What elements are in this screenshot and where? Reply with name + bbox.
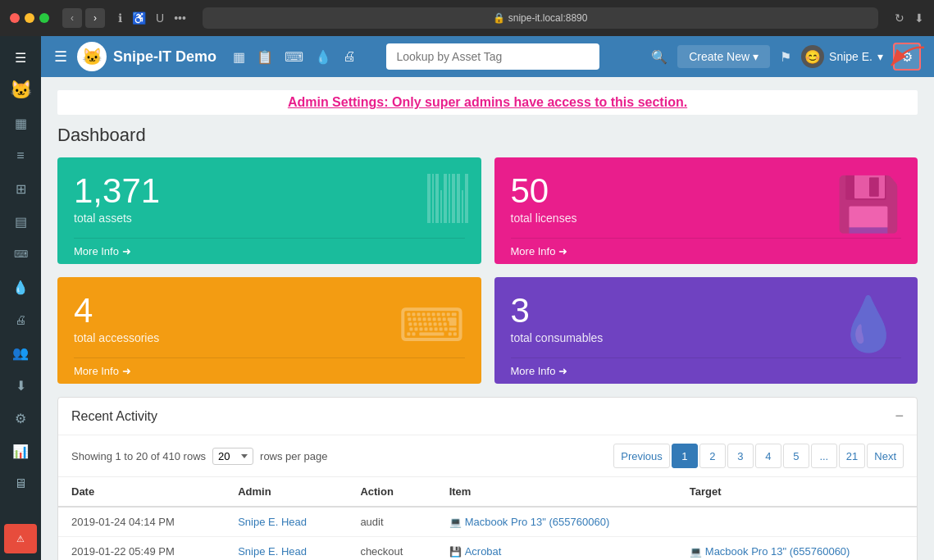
close-button[interactable] — [10, 13, 20, 23]
sidebar-item-people[interactable]: 👥 — [4, 338, 37, 367]
row-admin: Snipe E. Head — [225, 537, 347, 561]
barcode-nav-icon[interactable]: ▦ — [233, 49, 245, 65]
row-admin: Snipe E. Head — [225, 507, 347, 537]
forward-arrow[interactable]: › — [85, 8, 105, 28]
sidebar-item-accessories[interactable]: ⌨ — [4, 239, 37, 269]
sidebar-item-alert[interactable]: ⚠ — [4, 524, 37, 553]
u-icon: U — [156, 11, 164, 25]
copy-nav-icon[interactable]: 📋 — [257, 49, 273, 65]
droplet-nav-icon[interactable]: 💧 — [315, 49, 331, 65]
page-3-button[interactable]: 3 — [727, 444, 754, 468]
brand-logo: 🐱 — [77, 42, 107, 71]
collapse-button[interactable]: − — [895, 407, 904, 425]
lock-icon: 🔒 — [493, 12, 505, 24]
arrow-right-icon: ➜ — [122, 245, 131, 257]
admin-banner: Admin Settings: Only super admins have a… — [57, 90, 918, 115]
user-menu[interactable]: 😊 Snipe E. ▾ — [801, 45, 883, 68]
sidebar-item-maintenance[interactable]: ≡ — [4, 141, 37, 171]
page-ellipsis: ... — [811, 444, 837, 468]
row-target: 💻Macbook Pro 13" (655760060) — [677, 537, 917, 561]
gear-icon: ⚙ — [901, 49, 913, 65]
item-link[interactable]: Macbook Pro 13" (655760060) — [465, 516, 610, 528]
sidebar-item-droplet[interactable]: 💧 — [4, 272, 37, 302]
save-item-icon: 💾 — [449, 546, 462, 558]
sidebar-item-printer[interactable]: 🖨 — [4, 305, 37, 335]
page-content: Admin Settings: Only super admins have a… — [41, 77, 934, 560]
target-link[interactable]: Macbook Pro 13" (655760060) — [705, 545, 850, 558]
item-link-2[interactable]: Acrobat — [465, 545, 502, 558]
search-input[interactable] — [386, 43, 599, 70]
arrow-right-icon-consumables: ➜ — [558, 365, 567, 377]
user-dropdown-icon: ▾ — [877, 50, 883, 63]
keyboard-nav-icon[interactable]: ⌨ — [285, 49, 303, 65]
hamburger-icon[interactable]: ☰ — [54, 48, 67, 66]
sidebar-item-chart[interactable]: 📊 — [4, 436, 37, 466]
activity-controls: Showing 1 to 20 of 410 rows 20 50 100 ro… — [58, 435, 917, 477]
barcode-line — [465, 174, 468, 223]
arrow-right-icon-accessories: ➜ — [122, 365, 131, 377]
avatar: 😊 — [801, 45, 824, 68]
download-browser-icon[interactable]: ⬇ — [914, 11, 924, 25]
stat-card-assets: 1,371 total assets More Info ➜ — [57, 157, 481, 264]
navbar-right: 🔍 Create New ▾ ⚑ 😊 Snipe E. ▾ ⚙ — [651, 43, 921, 71]
page-4-button[interactable]: 4 — [755, 444, 781, 468]
url-bar[interactable]: 🔒 snipe-it.local:8890 — [203, 7, 878, 29]
sidebar-item-assets[interactable]: ▦ — [4, 108, 37, 138]
sidebar-item-download[interactable]: ⬇ — [4, 371, 37, 400]
sidebar-item-components[interactable]: ⊞ — [4, 174, 37, 203]
fullscreen-button[interactable] — [39, 13, 49, 23]
minimize-button[interactable] — [25, 13, 34, 23]
col-action: Action — [347, 477, 435, 507]
dropdown-arrow-icon: ▾ — [753, 50, 759, 63]
admin-link[interactable]: Snipe E. Head — [238, 516, 307, 528]
row-action: audit — [347, 507, 435, 537]
page-1-button[interactable]: 1 — [672, 444, 698, 468]
sidebar-item-settings[interactable]: ⚙ — [4, 403, 37, 433]
create-new-button[interactable]: Create New ▾ — [677, 45, 770, 68]
row-item: 💾Acrobat — [436, 537, 677, 561]
refresh-icon[interactable]: ↻ — [895, 11, 904, 25]
search-icon[interactable]: 🔍 — [651, 49, 667, 65]
next-button[interactable]: Next — [867, 444, 904, 468]
sidebar-item-monitor[interactable]: 🖥 — [4, 469, 37, 499]
username-label: Snipe E. — [829, 50, 872, 63]
back-arrow[interactable]: ‹ — [62, 8, 82, 28]
page-2-button[interactable]: 2 — [699, 444, 726, 468]
col-admin: Admin — [225, 477, 347, 507]
stat-footer-assets[interactable]: More Info ➜ — [74, 238, 465, 264]
laptop-target-icon: 💻 — [690, 546, 702, 558]
admin-link-2[interactable]: Snipe E. Head — [238, 545, 307, 558]
page-5-button[interactable]: 5 — [783, 444, 809, 468]
rows-per-page-label: rows per page — [260, 450, 327, 462]
browser-icons: ℹ ♿ U ••• — [118, 11, 186, 25]
page-title: Dashboard — [57, 125, 918, 146]
stat-footer-licenses[interactable]: More Info ➜ — [511, 238, 902, 264]
stat-label-accessories: total accessories — [74, 331, 465, 344]
previous-button[interactable]: Previous — [613, 444, 670, 468]
stat-footer-accessories[interactable]: More Info ➜ — [74, 357, 465, 384]
stat-number-assets: 1,371 — [74, 174, 465, 208]
rows-per-page-select[interactable]: 20 50 100 — [212, 448, 253, 465]
col-target: Target — [677, 477, 917, 507]
sidebar: ☰ 🐱 ▦ ≡ ⊞ ▤ ⌨ 💧 🖨 👥 ⬇ ⚙ 📊 🖥 ⚠ — [0, 36, 41, 560]
row-date: 2019-01-22 05:49 PM — [58, 537, 225, 561]
sidebar-item-avatar[interactable]: 🐱 — [4, 75, 37, 105]
page-21-button[interactable]: 21 — [839, 444, 865, 468]
printer-nav-icon[interactable]: 🖨 — [343, 49, 356, 65]
settings-button[interactable]: ⚙ — [893, 43, 921, 71]
sidebar-item-menu[interactable]: ☰ — [4, 43, 37, 72]
stat-cards: 1,371 total assets More Info ➜ 💾 50 tota… — [57, 157, 918, 384]
row-date: 2019-01-24 04:14 PM — [58, 507, 225, 537]
droplet-card-icon: 💧 — [836, 294, 901, 355]
more-info-licenses: More Info — [511, 245, 556, 257]
stat-label-licenses: total licenses — [511, 212, 902, 225]
row-item: 💻Macbook Pro 13" (655760060) — [436, 507, 677, 537]
save-icon: 💾 — [836, 174, 901, 235]
more-info-assets: More Info — [74, 245, 119, 257]
row-target — [677, 507, 917, 537]
admin-banner-text: Admin Settings: Only super admins have a… — [288, 95, 687, 109]
recent-activity-panel: Recent Activity − Showing 1 to 20 of 410… — [57, 397, 918, 560]
stat-footer-consumables[interactable]: More Info ➜ — [511, 357, 902, 384]
sidebar-item-consumables[interactable]: ▤ — [4, 207, 37, 236]
flag-icon[interactable]: ⚑ — [780, 49, 791, 65]
